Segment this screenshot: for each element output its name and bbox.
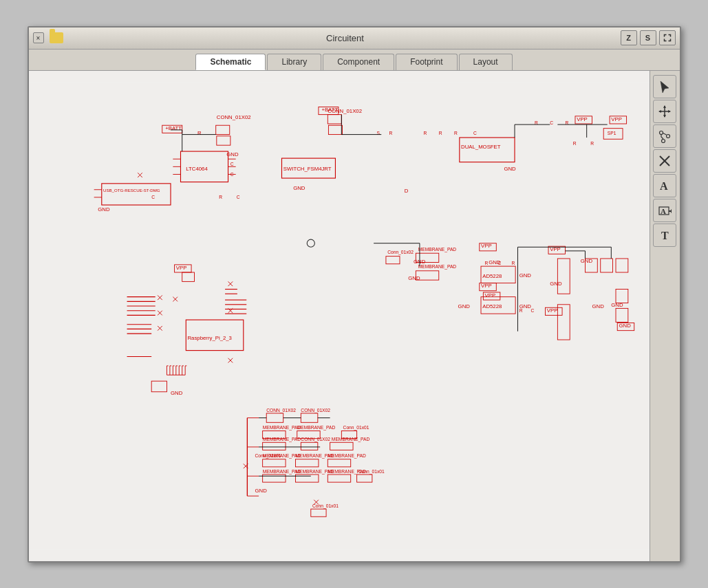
svg-text:A: A xyxy=(661,207,666,215)
nav-tabs: Schematic Library Component Footprint La… xyxy=(29,50,680,71)
svg-text:MEMBRANE_PAD: MEMBRANE_PAD xyxy=(262,437,301,442)
svg-point-226 xyxy=(667,134,670,138)
svg-marker-223 xyxy=(658,110,661,113)
svg-text:VPP: VPP xyxy=(175,264,186,270)
expand-icon xyxy=(663,34,672,42)
svg-text:VPP: VPP xyxy=(577,116,588,122)
svg-text:R: R xyxy=(484,260,488,265)
svg-text:Conn_01x01: Conn_01x01 xyxy=(312,503,339,508)
wire-icon xyxy=(658,129,672,143)
svg-text:VPP: VPP xyxy=(611,116,622,122)
folder-icon xyxy=(50,32,63,43)
svg-text:DUAL_MOSFET: DUAL_MOSFET xyxy=(461,143,501,149)
schematic-svg[interactable]: +BATT CONN_01X02 R GND LTC4064 xyxy=(29,71,650,561)
svg-text:C: C xyxy=(530,307,534,312)
svg-text:R: R xyxy=(454,130,458,135)
svg-text:Raspberry_Pi_2_3: Raspberry_Pi_2_3 xyxy=(187,335,231,341)
svg-text:D: D xyxy=(404,188,408,194)
svg-text:MEMBRANE_PAD: MEMBRANE_PAD xyxy=(418,264,456,270)
tab-schematic[interactable]: Schematic xyxy=(195,54,266,70)
svg-text:C: C xyxy=(550,120,553,125)
svg-text:USB_OTG-RESCUE-ST-DMG: USB_OTG-RESCUE-ST-DMG xyxy=(103,188,160,193)
net-tool-button[interactable]: T xyxy=(653,224,676,247)
svg-text:GND: GND xyxy=(408,275,420,281)
svg-text:AD5228: AD5228 xyxy=(482,272,502,279)
main-window: × Circuitent Z S Schematic Library Compo… xyxy=(28,26,681,563)
title-bar: × Circuitent Z S xyxy=(29,28,680,50)
tab-library[interactable]: Library xyxy=(267,54,321,70)
svg-text:MEMBRANE_PAD: MEMBRANE_PAD xyxy=(331,437,369,442)
select-tool-button[interactable] xyxy=(653,75,676,98)
svg-text:R: R xyxy=(572,141,576,146)
svg-text:A: A xyxy=(660,180,668,192)
svg-text:Conn_01x01: Conn_01x01 xyxy=(358,468,384,474)
svg-text:R: R xyxy=(590,141,594,146)
svg-text:C: C xyxy=(236,195,239,199)
delete-x-icon xyxy=(658,154,672,168)
svg-text:C: C xyxy=(230,162,233,166)
svg-text:Conn_01x02: Conn_01x02 xyxy=(387,250,414,255)
svg-text:SP1: SP1 xyxy=(607,130,616,135)
svg-text:R: R xyxy=(219,195,222,199)
close-button[interactable]: × xyxy=(33,32,44,43)
tab-component[interactable]: Component xyxy=(323,54,394,70)
svg-text:VPP: VPP xyxy=(484,292,495,298)
svg-text:C: C xyxy=(151,195,155,199)
svg-text:MEMBRANE_PAD: MEMBRANE_PAD xyxy=(262,425,301,431)
expand-button[interactable] xyxy=(659,30,676,45)
svg-point-225 xyxy=(660,131,663,134)
svg-text:R: R xyxy=(389,130,392,135)
title-bar-buttons: Z S xyxy=(621,30,676,45)
svg-text:GND: GND xyxy=(458,303,470,309)
svg-text:GND: GND xyxy=(293,184,305,190)
text-tool-button[interactable]: A xyxy=(653,174,676,197)
tab-layout[interactable]: Layout xyxy=(459,54,513,70)
text-a-icon: A xyxy=(658,179,672,193)
wire-tool-button[interactable] xyxy=(653,124,676,148)
svg-text:VPP: VPP xyxy=(481,243,492,249)
svg-text:VPP: VPP xyxy=(546,307,557,313)
svg-text:AD5228: AD5228 xyxy=(482,303,502,309)
svg-text:T: T xyxy=(661,230,669,241)
svg-text:CONN_01X02: CONN_01X02 xyxy=(216,114,250,120)
svg-text:GND: GND xyxy=(489,259,501,265)
svg-text:CONN_01X02: CONN_01X02 xyxy=(301,437,330,442)
right-toolbar: A A T xyxy=(650,71,680,561)
svg-text:VPP: VPP xyxy=(481,283,492,289)
svg-text:C: C xyxy=(230,171,233,176)
svg-text:GND: GND xyxy=(171,390,183,396)
svg-text:GND: GND xyxy=(255,487,267,493)
open-folder-button[interactable] xyxy=(48,30,65,46)
svg-text:R: R xyxy=(438,130,442,135)
tab-footprint[interactable]: Footprint xyxy=(396,54,457,70)
svg-marker-221 xyxy=(663,105,666,108)
move-tool-button[interactable] xyxy=(653,100,676,123)
content-area: +BATT CONN_01X02 R GND LTC4064 xyxy=(29,71,680,561)
svg-text:GND: GND xyxy=(504,165,516,171)
svg-text:GND: GND xyxy=(550,280,562,286)
svg-marker-222 xyxy=(663,115,666,118)
svg-text:LTC4064: LTC4064 xyxy=(186,165,208,171)
svg-text:R: R xyxy=(511,260,515,265)
svg-marker-224 xyxy=(668,110,671,113)
svg-text:MEMBRANE_PAD: MEMBRANE_PAD xyxy=(297,425,335,431)
cross-arrow-icon xyxy=(658,105,672,118)
s-button[interactable]: S xyxy=(640,30,656,45)
label-tool-button[interactable]: A xyxy=(653,199,676,222)
svg-text:GND: GND xyxy=(98,206,110,212)
svg-text:R: R xyxy=(423,130,427,135)
svg-text:CONN_01X02: CONN_01X02 xyxy=(328,108,362,114)
svg-text:SWITCH_FSM4JRT: SWITCH_FSM4JRT xyxy=(283,165,331,171)
svg-text:C: C xyxy=(473,130,476,135)
svg-text:R: R xyxy=(197,129,201,135)
canvas-area[interactable]: +BATT CONN_01X02 R GND LTC4064 xyxy=(29,71,650,561)
svg-text:GND: GND xyxy=(519,272,531,278)
svg-text:MEMBRANE_PAD: MEMBRANE_PAD xyxy=(328,453,366,459)
svg-text:CONN_01X02: CONN_01X02 xyxy=(301,407,330,413)
svg-text:MEMBRANE_PAD: MEMBRANE_PAD xyxy=(418,246,456,252)
z-button[interactable]: Z xyxy=(621,30,637,45)
net-t-icon: T xyxy=(658,228,672,242)
window-title: Circuitent xyxy=(70,33,621,43)
svg-point-227 xyxy=(662,139,665,142)
delete-tool-button[interactable] xyxy=(653,149,676,173)
